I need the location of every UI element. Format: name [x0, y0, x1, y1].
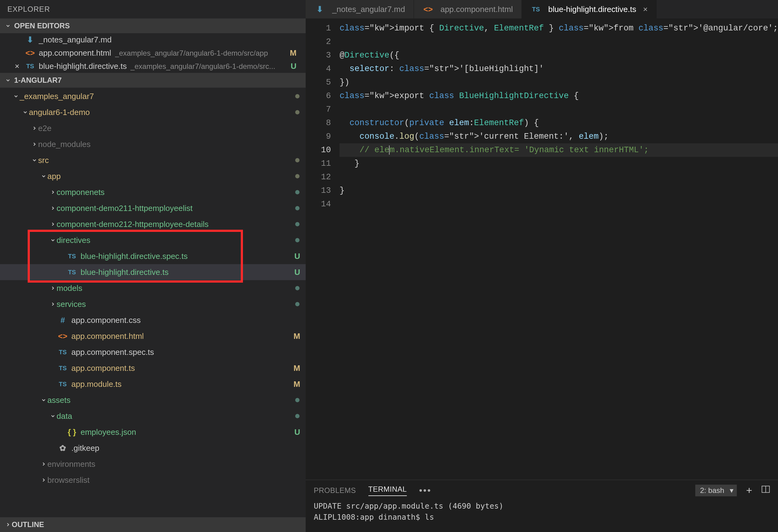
explorer-title: EXPLORER — [0, 0, 306, 18]
line-number: 7 — [306, 103, 331, 116]
line-number: 5 — [306, 76, 331, 89]
line-gutter: 1234567891011121314 — [306, 21, 339, 480]
folder-item[interactable]: browserslist — [0, 472, 306, 488]
folder-name: angular6-1-demo — [29, 107, 90, 117]
panel-more-icon[interactable]: ••• — [419, 485, 432, 496]
chevron-down-icon — [12, 93, 20, 99]
editor-tab[interactable]: ⬇_notes_angular7.md — [306, 0, 414, 18]
terminal-select[interactable]: 2: bash ▾ — [695, 485, 737, 496]
new-terminal-icon[interactable]: + — [746, 484, 752, 496]
markdown-icon: ⬇ — [24, 35, 36, 45]
folder-item[interactable]: _examples_angular7 — [0, 88, 306, 104]
code-content[interactable]: class="kw">import { Directive, ElementRe… — [339, 21, 778, 480]
file-item[interactable]: { }employees.jsonU — [0, 424, 306, 440]
ts-icon: TS — [57, 365, 68, 372]
editor-tab[interactable]: <>app.component.html — [414, 0, 522, 18]
code-line: } — [339, 184, 778, 198]
panel-tab-problems[interactable]: PROBLEMS — [314, 486, 356, 495]
chevron-right-icon — [31, 142, 38, 147]
folder-name: services — [57, 300, 86, 309]
folder-item[interactable]: assets — [0, 392, 306, 408]
folder-item[interactable]: directives — [0, 232, 306, 248]
file-item[interactable]: ✿.gitkeep — [0, 440, 306, 456]
workspace-header[interactable]: 1-ANGULAR7 — [0, 73, 306, 88]
file-item[interactable]: TSblue-highlight.directive.tsU — [0, 264, 306, 280]
html-icon: <> — [24, 48, 36, 58]
file-item[interactable]: TSapp.component.tsM — [0, 360, 306, 376]
git-dot — [295, 398, 300, 402]
folder-name: component-demo212-httpemployee-details — [57, 220, 209, 229]
folder-name: app — [47, 172, 61, 181]
close-icon[interactable]: × — [15, 62, 19, 71]
folder-item[interactable]: data — [0, 408, 306, 424]
open-editor-item[interactable]: ×TSblue-highlight.directive.ts_examples_… — [0, 60, 306, 73]
git-dot — [295, 286, 300, 290]
editor-area: ⬇_notes_angular7.md<>app.component.htmlT… — [306, 0, 778, 532]
file-name: app.component.html — [71, 331, 144, 341]
folder-item[interactable]: services — [0, 296, 306, 312]
chevron-down-icon — [4, 23, 12, 28]
git-status: M — [293, 364, 306, 373]
workspace-label: 1-ANGULAR7 — [14, 76, 62, 85]
gear-icon: ✿ — [57, 443, 68, 453]
file-item[interactable]: #app.component.css — [0, 312, 306, 328]
git-dot — [295, 414, 300, 418]
chevron-down-icon — [40, 397, 47, 403]
chevron-down-icon — [21, 109, 29, 115]
folder-item[interactable]: app — [0, 168, 306, 184]
open-editors-header[interactable]: OPEN EDITORS — [0, 18, 306, 33]
folder-name: src — [38, 156, 49, 165]
folder-name: _examples_angular7 — [20, 92, 94, 101]
folder-item[interactable]: node_modules — [0, 136, 306, 152]
git-status: M — [293, 331, 306, 341]
folder-name: assets — [47, 395, 70, 405]
chevron-right-icon — [49, 189, 57, 195]
terminal-output[interactable]: UPDATE src/app/app.module.ts (4690 bytes… — [306, 499, 778, 525]
file-item[interactable]: TSapp.component.spec.ts — [0, 344, 306, 360]
file-item[interactable]: <>app.component.htmlM — [0, 328, 306, 344]
code-area[interactable]: 1234567891011121314 class="kw">import { … — [306, 18, 778, 480]
file-name: blue-highlight.directive.ts — [81, 268, 168, 277]
html-icon: <> — [422, 5, 434, 14]
folder-item[interactable]: environments — [0, 456, 306, 472]
folder-item[interactable]: src — [0, 152, 306, 168]
file-item[interactable]: TSapp.module.tsM — [0, 376, 306, 392]
code-line: selector: class="str">'[blueHighlight]' — [339, 62, 778, 76]
folder-item[interactable]: component-demo211-httpemployeelist — [0, 200, 306, 216]
folder-item[interactable]: componenets — [0, 184, 306, 200]
line-number: 2 — [306, 35, 331, 49]
outline-label: OUTLINE — [12, 520, 44, 529]
close-icon[interactable]: × — [643, 5, 648, 14]
folder-item[interactable]: models — [0, 280, 306, 296]
ts-icon: TS — [66, 253, 77, 260]
chevron-down-icon — [49, 413, 57, 419]
line-number: 4 — [306, 62, 331, 76]
split-terminal-icon[interactable] — [761, 485, 770, 496]
line-number: 3 — [306, 49, 331, 62]
folder-item[interactable]: angular6-1-demo — [0, 104, 306, 120]
tab-label: blue-highlight.directive.ts — [548, 5, 636, 14]
git-dot — [295, 190, 300, 194]
code-line: @Directive({ — [339, 49, 778, 62]
file-name: .gitkeep — [71, 443, 99, 453]
open-editor-item[interactable]: <>app.component.html_examples_angular7/a… — [0, 47, 306, 60]
open-editor-item[interactable]: ⬇_notes_angular7.md — [0, 33, 306, 47]
chevron-down-icon — [4, 77, 12, 83]
file-name: app.component.html — [39, 48, 111, 58]
outline-header[interactable]: OUTLINE — [0, 517, 306, 532]
folder-name: directives — [57, 236, 90, 245]
panel-tab-terminal[interactable]: TERMINAL — [368, 485, 407, 496]
editor-tab[interactable]: TSblue-highlight.directive.ts× — [522, 0, 656, 18]
folder-item[interactable]: e2e — [0, 120, 306, 136]
chevron-down-icon — [40, 173, 47, 179]
chevron-right-icon — [49, 221, 57, 227]
git-status: M — [290, 48, 302, 58]
folder-item[interactable]: component-demo212-httpemployee-details — [0, 216, 306, 232]
code-line: // elem.nativeElement.innerText= 'Dynami… — [339, 143, 778, 157]
terminal-line: ALIPL1008:app dinanath$ ls — [314, 512, 770, 523]
code-line: class="kw">export class BlueHighlightDir… — [339, 89, 778, 103]
bottom-panel: PROBLEMS TERMINAL ••• 2: bash ▾ + UPDATE… — [306, 480, 778, 532]
chevron-right-icon — [49, 301, 57, 307]
chevron-down-icon: ▾ — [730, 486, 733, 495]
file-item[interactable]: TSblue-highlight.directive.spec.tsU — [0, 248, 306, 264]
